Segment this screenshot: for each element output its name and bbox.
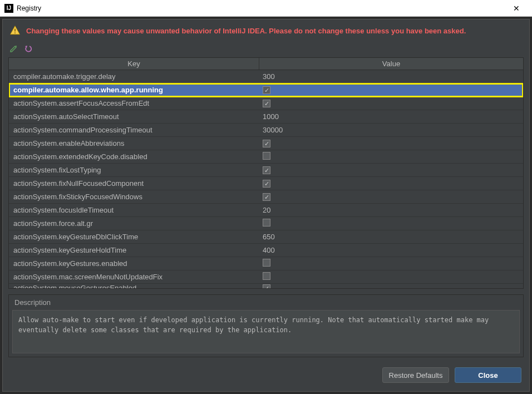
svg-rect-1 (14, 32, 16, 33)
registry-key: actionSystem.commandProcessingTimeout (9, 126, 259, 134)
column-header-value[interactable]: Value (259, 58, 523, 70)
registry-value[interactable]: 300 (259, 72, 523, 81)
table-row[interactable]: actionSystem.commandProcessingTimeout300… (9, 124, 523, 137)
registry-key: actionSystem.force.alt.gr (9, 219, 259, 228)
description-label: Description (9, 295, 523, 310)
registry-key: actionSystem.fixLostTyping (9, 166, 259, 174)
warning-icon (9, 25, 21, 36)
table-header: Key Value (9, 58, 523, 70)
registry-value[interactable]: 650 (259, 233, 523, 241)
description-section: Description Allow auto-make to start eve… (8, 294, 524, 357)
registry-key: actionSystem.assertFocusAccessFromEdt (9, 99, 259, 107)
checkbox[interactable] (263, 272, 270, 280)
registry-value[interactable]: ✓ (259, 166, 523, 175)
revert-icon[interactable] (24, 44, 33, 53)
registry-key: actionSystem.keyGestureHoldTime (9, 246, 259, 254)
registry-key: actionSystem.enableAbbreviations (9, 139, 259, 147)
table-row[interactable]: actionSystem.mouseGesturesEnabled✓ (9, 284, 523, 288)
registry-value[interactable]: ✓ (259, 193, 523, 201)
registry-value[interactable]: 30000 (259, 126, 523, 134)
table-body[interactable]: compiler.automake.trigger.delay300compil… (9, 70, 523, 288)
column-header-key[interactable]: Key (9, 58, 259, 70)
registry-key: actionSystem.fixNullFocusedComponent (9, 179, 259, 188)
checkbox[interactable]: ✓ (263, 86, 270, 94)
registry-value[interactable]: ✓ (259, 139, 523, 148)
registry-value[interactable]: ✓ (259, 284, 523, 288)
window-title: Registry (17, 4, 505, 12)
table-row[interactable]: actionSystem.fixNullFocusedComponent✓ (9, 177, 523, 190)
description-text: Allow auto-make to start even if develop… (12, 310, 520, 353)
table-row[interactable]: actionSystem.enableAbbreviations✓ (9, 137, 523, 150)
registry-value[interactable]: 1000 (259, 112, 523, 121)
table-row[interactable]: actionSystem.fixLostTyping✓ (9, 164, 523, 177)
registry-key: compiler.automake.allow.when.app.running (9, 86, 259, 94)
checkbox[interactable]: ✓ (263, 100, 270, 107)
svg-point-2 (16, 46, 17, 47)
table-row[interactable]: actionSystem.assertFocusAccessFromEdt✓ (9, 97, 523, 110)
window-close-button[interactable]: ✕ (505, 0, 528, 17)
registry-key: actionSystem.keyGestureDblClickTime (9, 233, 259, 241)
checkbox[interactable]: ✓ (263, 180, 270, 188)
registry-key: actionSystem.autoSelectTimeout (9, 112, 259, 121)
table-row[interactable]: compiler.automake.allow.when.app.running… (9, 83, 523, 97)
registry-value[interactable]: 400 (259, 246, 523, 254)
registry-value[interactable] (259, 152, 523, 161)
svg-rect-0 (14, 29, 16, 32)
registry-key: actionSystem.keyGestures.enabled (9, 259, 259, 268)
toolbar (3, 42, 529, 57)
registry-value[interactable]: 20 (259, 206, 523, 214)
table-row[interactable]: actionSystem.focusIdleTimeout20 (9, 204, 523, 217)
table-row[interactable]: actionSystem.extendedKeyCode.disabled (9, 150, 523, 164)
registry-value[interactable] (259, 272, 523, 282)
table-row[interactable]: actionSystem.autoSelectTimeout1000 (9, 110, 523, 124)
close-button[interactable]: Close (455, 367, 521, 383)
registry-value[interactable]: ✓ (259, 179, 523, 188)
checkbox[interactable] (263, 259, 270, 267)
warning-bar: Changing these values may cause unwanted… (3, 19, 529, 42)
table-row[interactable]: actionSystem.keyGestures.enabled (9, 257, 523, 270)
restore-defaults-button[interactable]: Restore Defaults (382, 367, 449, 383)
checkbox[interactable] (263, 219, 270, 226)
table-row[interactable]: actionSystem.keyGestureHoldTime400 (9, 244, 523, 257)
table-row[interactable]: actionSystem.keyGestureDblClickTime650 (9, 230, 523, 244)
edit-icon[interactable] (9, 44, 18, 53)
title-bar: IJ Registry ✕ (0, 0, 532, 17)
checkbox[interactable]: ✓ (263, 140, 270, 147)
table-row[interactable]: actionSystem.mac.screenMenuNotUpdatedFix (9, 270, 523, 284)
registry-key: actionSystem.mac.screenMenuNotUpdatedFix (9, 273, 259, 281)
registry-key: actionSystem.mouseGesturesEnabled (9, 284, 259, 288)
registry-value[interactable]: ✓ (259, 86, 523, 95)
registry-value[interactable] (259, 219, 523, 228)
registry-key: actionSystem.focusIdleTimeout (9, 206, 259, 214)
checkbox[interactable] (263, 152, 270, 160)
checkbox[interactable]: ✓ (263, 193, 270, 201)
checkbox[interactable]: ✓ (263, 166, 270, 174)
table-row[interactable]: actionSystem.fixStickyFocusedWindows✓ (9, 190, 523, 204)
button-bar: Restore Defaults Close (3, 363, 529, 390)
registry-key: actionSystem.extendedKeyCode.disabled (9, 152, 259, 161)
registry-key: actionSystem.fixStickyFocusedWindows (9, 193, 259, 201)
table-row[interactable]: actionSystem.force.alt.gr (9, 217, 523, 230)
registry-dialog: Changing these values may cause unwanted… (2, 19, 530, 392)
app-icon: IJ (4, 4, 13, 13)
registry-key: compiler.automake.trigger.delay (9, 72, 259, 81)
registry-value[interactable] (259, 259, 523, 268)
checkbox[interactable]: ✓ (263, 284, 270, 288)
registry-table: Key Value compiler.automake.trigger.dela… (8, 57, 524, 289)
warning-text: Changing these values may cause unwanted… (26, 27, 466, 35)
registry-value[interactable]: ✓ (259, 99, 523, 108)
table-row[interactable]: compiler.automake.trigger.delay300 (9, 70, 523, 83)
